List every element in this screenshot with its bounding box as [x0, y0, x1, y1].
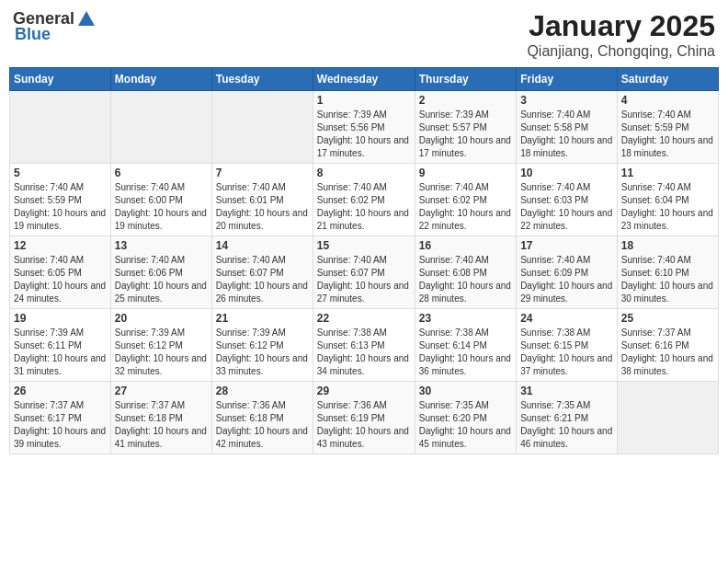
day-cell [211, 91, 313, 164]
day-number: 10 [520, 167, 613, 179]
page-header: General Blue January 2025 Qianjiang, Cho… [9, 9, 719, 60]
day-number: 4 [621, 94, 714, 107]
day-number: 11 [621, 167, 714, 179]
weekday-header-row: SundayMondayTuesdayWednesdayThursdayFrid… [10, 68, 719, 91]
day-cell: 2Sunrise: 7:39 AM Sunset: 5:57 PM Daylig… [415, 91, 516, 164]
day-number: 29 [317, 385, 411, 397]
day-cell: 19Sunrise: 7:39 AM Sunset: 6:11 PM Dayli… [10, 309, 111, 382]
month-title: January 2025 [527, 9, 715, 43]
week-row-4: 19Sunrise: 7:39 AM Sunset: 6:11 PM Dayli… [10, 309, 719, 382]
day-cell: 27Sunrise: 7:37 AM Sunset: 6:18 PM Dayli… [110, 382, 211, 454]
weekday-header-saturday: Saturday [617, 68, 718, 91]
day-number: 18 [621, 239, 714, 252]
day-number: 16 [419, 239, 512, 252]
day-cell: 8Sunrise: 7:40 AM Sunset: 6:02 PM Daylig… [313, 164, 415, 236]
calendar-table: SundayMondayTuesdayWednesdayThursdayFrid… [9, 67, 719, 454]
day-number: 17 [520, 239, 613, 252]
day-number: 20 [115, 312, 208, 325]
day-cell: 18Sunrise: 7:40 AM Sunset: 6:10 PM Dayli… [617, 236, 718, 309]
title-block: January 2025 Qianjiang, Chongqing, China [527, 9, 715, 60]
day-number: 21 [216, 312, 309, 325]
weekday-header-tuesday: Tuesday [211, 68, 313, 91]
day-cell: 30Sunrise: 7:35 AM Sunset: 6:20 PM Dayli… [415, 382, 516, 454]
day-info: Sunrise: 7:40 AM Sunset: 6:07 PM Dayligh… [317, 254, 411, 305]
day-info: Sunrise: 7:40 AM Sunset: 5:58 PM Dayligh… [520, 109, 613, 160]
logo-icon [76, 9, 97, 29]
logo: General Blue [13, 9, 97, 44]
day-info: Sunrise: 7:40 AM Sunset: 6:01 PM Dayligh… [216, 181, 309, 233]
day-info: Sunrise: 7:38 AM Sunset: 6:13 PM Dayligh… [317, 327, 411, 378]
day-info: Sunrise: 7:40 AM Sunset: 6:08 PM Dayligh… [419, 254, 512, 305]
day-cell: 7Sunrise: 7:40 AM Sunset: 6:01 PM Daylig… [211, 164, 313, 236]
day-number: 7 [216, 167, 309, 179]
weekday-header-sunday: Sunday [10, 68, 111, 91]
week-row-3: 12Sunrise: 7:40 AM Sunset: 6:05 PM Dayli… [10, 236, 719, 309]
day-info: Sunrise: 7:40 AM Sunset: 6:00 PM Dayligh… [115, 181, 208, 233]
day-info: Sunrise: 7:39 AM Sunset: 5:56 PM Dayligh… [317, 109, 411, 160]
day-number: 24 [520, 312, 613, 325]
day-cell: 13Sunrise: 7:40 AM Sunset: 6:06 PM Dayli… [110, 236, 211, 309]
day-info: Sunrise: 7:37 AM Sunset: 6:17 PM Dayligh… [14, 399, 107, 451]
day-cell [617, 382, 718, 454]
day-number: 14 [216, 239, 309, 252]
day-info: Sunrise: 7:40 AM Sunset: 5:59 PM Dayligh… [621, 109, 714, 160]
day-cell: 25Sunrise: 7:37 AM Sunset: 6:16 PM Dayli… [617, 309, 718, 382]
day-cell: 3Sunrise: 7:40 AM Sunset: 5:58 PM Daylig… [517, 91, 618, 164]
day-cell: 26Sunrise: 7:37 AM Sunset: 6:17 PM Dayli… [10, 382, 111, 454]
week-row-5: 26Sunrise: 7:37 AM Sunset: 6:17 PM Dayli… [10, 382, 719, 454]
day-info: Sunrise: 7:35 AM Sunset: 6:20 PM Dayligh… [419, 399, 512, 451]
day-info: Sunrise: 7:39 AM Sunset: 6:12 PM Dayligh… [216, 327, 309, 378]
day-cell: 10Sunrise: 7:40 AM Sunset: 6:03 PM Dayli… [517, 164, 618, 236]
day-cell [10, 91, 111, 164]
day-info: Sunrise: 7:40 AM Sunset: 6:09 PM Dayligh… [520, 254, 613, 305]
day-cell: 4Sunrise: 7:40 AM Sunset: 5:59 PM Daylig… [617, 91, 718, 164]
day-info: Sunrise: 7:36 AM Sunset: 6:18 PM Dayligh… [216, 399, 309, 451]
day-info: Sunrise: 7:40 AM Sunset: 6:10 PM Dayligh… [621, 254, 714, 305]
day-cell: 14Sunrise: 7:40 AM Sunset: 6:07 PM Dayli… [211, 236, 313, 309]
day-number: 26 [14, 385, 107, 397]
weekday-header-wednesday: Wednesday [313, 68, 415, 91]
day-cell [110, 91, 211, 164]
week-row-1: 1Sunrise: 7:39 AM Sunset: 5:56 PM Daylig… [10, 91, 719, 164]
day-cell: 5Sunrise: 7:40 AM Sunset: 5:59 PM Daylig… [10, 164, 111, 236]
day-number: 15 [317, 239, 411, 252]
day-cell: 9Sunrise: 7:40 AM Sunset: 6:02 PM Daylig… [415, 164, 516, 236]
weekday-header-thursday: Thursday [415, 68, 516, 91]
day-info: Sunrise: 7:40 AM Sunset: 6:02 PM Dayligh… [419, 181, 512, 233]
day-number: 2 [419, 94, 512, 107]
day-info: Sunrise: 7:35 AM Sunset: 6:21 PM Dayligh… [520, 399, 613, 451]
day-number: 1 [317, 94, 411, 107]
day-number: 22 [317, 312, 411, 325]
day-cell: 20Sunrise: 7:39 AM Sunset: 6:12 PM Dayli… [110, 309, 211, 382]
day-info: Sunrise: 7:39 AM Sunset: 6:11 PM Dayligh… [14, 327, 107, 378]
day-cell: 11Sunrise: 7:40 AM Sunset: 6:04 PM Dayli… [617, 164, 718, 236]
day-info: Sunrise: 7:40 AM Sunset: 6:03 PM Dayligh… [520, 181, 613, 233]
location-title: Qianjiang, Chongqing, China [527, 43, 715, 60]
day-info: Sunrise: 7:40 AM Sunset: 6:07 PM Dayligh… [216, 254, 309, 305]
day-cell: 6Sunrise: 7:40 AM Sunset: 6:00 PM Daylig… [110, 164, 211, 236]
day-info: Sunrise: 7:40 AM Sunset: 5:59 PM Dayligh… [14, 181, 107, 233]
day-number: 12 [14, 239, 107, 252]
weekday-header-monday: Monday [110, 68, 211, 91]
day-number: 13 [115, 239, 208, 252]
day-info: Sunrise: 7:36 AM Sunset: 6:19 PM Dayligh… [317, 399, 411, 451]
day-info: Sunrise: 7:40 AM Sunset: 6:04 PM Dayligh… [621, 181, 714, 233]
day-number: 5 [14, 167, 107, 179]
day-number: 6 [115, 167, 208, 179]
day-cell: 21Sunrise: 7:39 AM Sunset: 6:12 PM Dayli… [211, 309, 313, 382]
day-cell: 12Sunrise: 7:40 AM Sunset: 6:05 PM Dayli… [10, 236, 111, 309]
day-cell: 28Sunrise: 7:36 AM Sunset: 6:18 PM Dayli… [211, 382, 313, 454]
weekday-header-friday: Friday [517, 68, 618, 91]
day-number: 19 [14, 312, 107, 325]
day-info: Sunrise: 7:39 AM Sunset: 5:57 PM Dayligh… [419, 109, 512, 160]
day-number: 31 [520, 385, 613, 397]
day-cell: 15Sunrise: 7:40 AM Sunset: 6:07 PM Dayli… [313, 236, 415, 309]
day-number: 25 [621, 312, 714, 325]
day-cell: 1Sunrise: 7:39 AM Sunset: 5:56 PM Daylig… [313, 91, 415, 164]
day-info: Sunrise: 7:38 AM Sunset: 6:15 PM Dayligh… [520, 327, 613, 378]
day-number: 3 [520, 94, 613, 107]
day-number: 27 [115, 385, 208, 397]
logo-blue: Blue [15, 26, 51, 44]
day-number: 8 [317, 167, 411, 179]
day-cell: 17Sunrise: 7:40 AM Sunset: 6:09 PM Dayli… [517, 236, 618, 309]
